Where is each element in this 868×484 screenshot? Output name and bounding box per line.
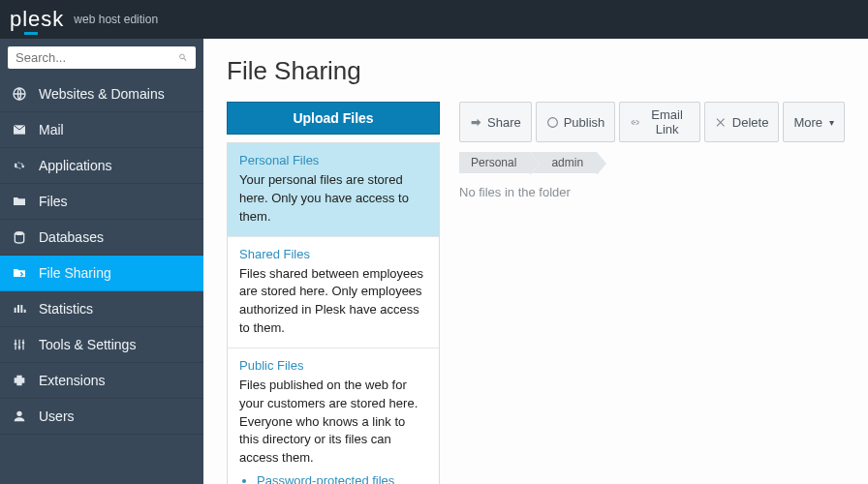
- sidebar-item-websites-domains[interactable]: Websites & Domains: [0, 76, 203, 112]
- sidebar-item-label: Files: [39, 194, 68, 209]
- section-shared-files[interactable]: Shared FilesFiles shared between employe…: [228, 237, 439, 348]
- bars-icon: [12, 301, 27, 317]
- sidebar-item-statistics[interactable]: Statistics: [0, 291, 203, 327]
- search-box[interactable]: [8, 46, 196, 69]
- sidebar-item-files[interactable]: Files: [0, 184, 203, 220]
- sidebar-item-label: Users: [39, 408, 75, 424]
- sidebar-item-file-sharing[interactable]: File Sharing: [0, 256, 203, 291]
- sidebar-item-label: Extensions: [39, 373, 105, 388]
- globe-icon: [12, 86, 27, 102]
- sidebar-item-label: Tools & Settings: [39, 337, 136, 352]
- folder-icon: [12, 194, 27, 209]
- publish-icon: [546, 116, 559, 129]
- user-icon: [12, 408, 27, 424]
- database-icon: [12, 229, 27, 245]
- svg-point-5: [16, 411, 21, 416]
- edition-label: web host edition: [74, 13, 158, 26]
- search-icon: [178, 50, 188, 65]
- sidebar: Websites & DomainsMailApplicationsFilesD…: [0, 39, 203, 484]
- nav-list: Websites & DomainsMailApplicationsFilesD…: [0, 76, 203, 435]
- link-icon: [630, 116, 639, 129]
- section-title[interactable]: Public Files: [239, 358, 427, 373]
- svg-point-4: [22, 342, 25, 345]
- sidebar-item-label: Mail: [39, 122, 64, 137]
- publish-label: Publish: [564, 115, 605, 130]
- section-title[interactable]: Shared Files: [239, 247, 427, 261]
- section-public-files[interactable]: Public FilesFiles published on the web f…: [228, 348, 439, 484]
- sections-panel: Personal FilesYour personal files are st…: [227, 142, 440, 484]
- sidebar-item-applications[interactable]: Applications: [0, 148, 203, 184]
- delete-icon: [715, 116, 728, 129]
- brand-logo: plesk: [10, 7, 64, 32]
- brand-underline: [24, 32, 38, 35]
- email-link-button[interactable]: Email Link: [619, 102, 699, 142]
- breadcrumb: Personaladmin: [459, 152, 845, 173]
- sidebar-item-label: Databases: [39, 229, 104, 245]
- sidebar-item-extensions[interactable]: Extensions: [0, 363, 203, 399]
- chevron-down-icon: ▾: [829, 117, 834, 128]
- sidebar-item-users[interactable]: Users: [0, 399, 203, 435]
- more-button[interactable]: More▾: [783, 102, 845, 142]
- main-content: File Sharing Upload Files Personal Files…: [203, 39, 868, 484]
- share-icon: [12, 265, 27, 281]
- right-column: Share Publish Email Link Delete More▾ Pe…: [459, 102, 845, 199]
- brand-text: plesk: [10, 7, 64, 31]
- toolbar: Share Publish Email Link Delete More▾: [459, 102, 845, 142]
- section-desc: Files shared between employees are store…: [239, 265, 427, 338]
- empty-message: No files in the folder: [459, 185, 845, 199]
- sidebar-item-label: Applications: [39, 158, 112, 173]
- left-column: Upload Files Personal FilesYour personal…: [227, 102, 440, 484]
- svg-point-1: [15, 231, 23, 235]
- share-label: Share: [487, 115, 521, 130]
- sidebar-item-tools-settings[interactable]: Tools & Settings: [0, 327, 203, 363]
- section-title[interactable]: Personal Files: [239, 153, 427, 167]
- sidebar-item-label: File Sharing: [39, 265, 111, 281]
- sidebar-item-label: Statistics: [39, 301, 93, 317]
- section-link[interactable]: Password-protected files: [257, 473, 427, 484]
- email-link-label: Email Link: [644, 107, 689, 136]
- share-icon: [470, 116, 482, 129]
- more-label: More: [793, 115, 822, 130]
- delete-label: Delete: [732, 115, 769, 130]
- page-title: File Sharing: [227, 56, 845, 86]
- breadcrumb-item[interactable]: Personal: [459, 152, 530, 173]
- puzzle-icon: [12, 373, 27, 388]
- search-input[interactable]: [16, 50, 178, 65]
- section-desc: Files published on the web for your cust…: [239, 377, 427, 468]
- svg-point-2: [15, 343, 17, 346]
- upload-files-button[interactable]: Upload Files: [227, 102, 440, 135]
- sidebar-item-mail[interactable]: Mail: [0, 112, 203, 148]
- delete-button[interactable]: Delete: [704, 102, 780, 142]
- section-desc: Your personal files are stored here. Onl…: [239, 171, 427, 227]
- envelope-icon: [12, 122, 27, 137]
- sidebar-item-label: Websites & Domains: [39, 86, 165, 102]
- gear-icon: [12, 158, 27, 173]
- breadcrumb-item[interactable]: admin: [530, 152, 597, 173]
- share-button[interactable]: Share: [459, 102, 532, 142]
- publish-button[interactable]: Publish: [536, 102, 616, 142]
- sidebar-item-databases[interactable]: Databases: [0, 220, 203, 256]
- top-header: plesk web host edition: [0, 0, 868, 39]
- svg-point-3: [18, 346, 21, 348]
- sliders-icon: [12, 337, 27, 352]
- section-personal-files[interactable]: Personal FilesYour personal files are st…: [228, 143, 439, 237]
